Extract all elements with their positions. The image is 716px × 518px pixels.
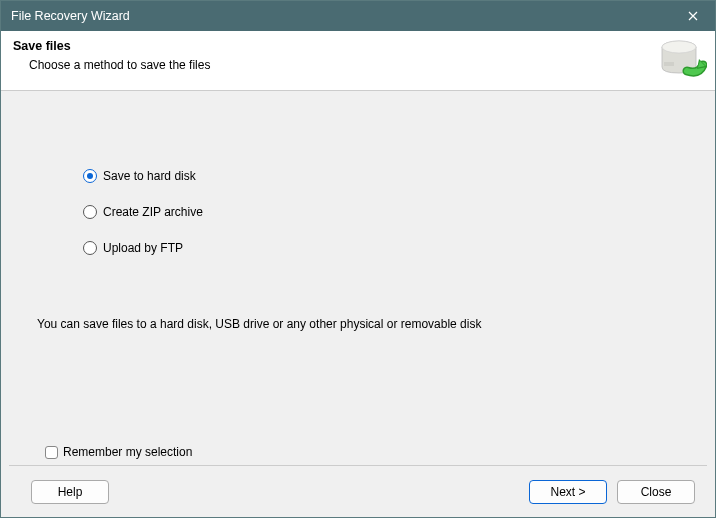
option-save-hard-disk[interactable]: Save to hard disk xyxy=(83,169,679,183)
page-title: Save files xyxy=(13,39,703,53)
radio-icon xyxy=(83,205,97,219)
svg-rect-2 xyxy=(664,62,674,66)
option-label: Upload by FTP xyxy=(103,241,183,255)
option-label: Save to hard disk xyxy=(103,169,196,183)
next-button[interactable]: Next > xyxy=(529,480,607,504)
svg-point-1 xyxy=(662,41,696,53)
titlebar: File Recovery Wizard xyxy=(1,1,715,31)
radio-icon xyxy=(83,169,97,183)
option-upload-ftp[interactable]: Upload by FTP xyxy=(83,241,679,255)
close-icon xyxy=(688,11,698,21)
checkbox-label: Remember my selection xyxy=(63,445,192,459)
close-button[interactable]: Close xyxy=(617,480,695,504)
radio-icon xyxy=(83,241,97,255)
window-close-button[interactable] xyxy=(671,1,715,31)
wizard-content: Save to hard disk Create ZIP archive Upl… xyxy=(1,91,715,465)
window-title: File Recovery Wizard xyxy=(11,9,130,23)
hard-disk-recovery-icon xyxy=(659,37,707,84)
wizard-footer: Help Next > Close xyxy=(9,465,707,517)
hint-text: You can save files to a hard disk, USB d… xyxy=(37,317,481,331)
help-button[interactable]: Help xyxy=(31,480,109,504)
save-method-options: Save to hard disk Create ZIP archive Upl… xyxy=(37,91,679,255)
option-label: Create ZIP archive xyxy=(103,205,203,219)
remember-selection-checkbox[interactable]: Remember my selection xyxy=(45,445,192,459)
page-subtitle: Choose a method to save the files xyxy=(29,58,703,72)
checkbox-icon xyxy=(45,446,58,459)
option-create-zip[interactable]: Create ZIP archive xyxy=(83,205,679,219)
wizard-header: Save files Choose a method to save the f… xyxy=(1,31,715,91)
